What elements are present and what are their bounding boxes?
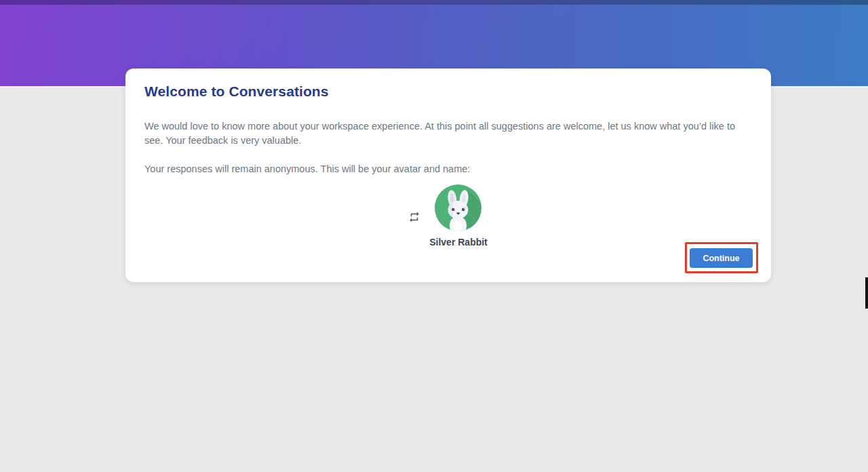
dialog-title: Welcome to Conversations bbox=[144, 83, 329, 100]
anonymous-paragraph: Your responses will remain anonymous. Th… bbox=[144, 162, 743, 176]
intro-paragraph: We would love to know more about your wo… bbox=[144, 119, 743, 148]
continue-button[interactable]: Continue bbox=[690, 248, 753, 268]
refresh-icon bbox=[408, 211, 422, 223]
banner-top-strip bbox=[0, 0, 868, 5]
welcome-dialog: Welcome to Conversations We would love t… bbox=[125, 68, 771, 282]
avatar-name: Silver Rabbit bbox=[410, 237, 507, 248]
page: Welcome to Conversations We would love t… bbox=[0, 0, 868, 472]
regenerate-avatar-button[interactable] bbox=[408, 210, 422, 224]
rabbit-avatar-icon bbox=[435, 222, 481, 233]
scrollbar-artifact bbox=[865, 277, 868, 309]
avatar bbox=[435, 184, 481, 231]
